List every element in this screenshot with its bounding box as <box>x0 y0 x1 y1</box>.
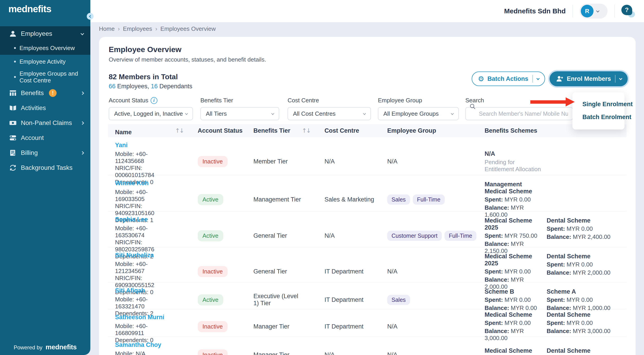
chevron-down-icon <box>596 9 600 12</box>
batch-actions-button[interactable]: ⚙ Batch Actions <box>472 72 545 86</box>
employee-group-select[interactable]: All Employee Groups <box>378 107 459 120</box>
sidebar-item-billing[interactable]: $Billing <box>0 145 90 160</box>
sort-icons[interactable]: ↑↓ <box>302 127 310 134</box>
employee-group-value: N/A <box>387 352 398 355</box>
member-name-link[interactable]: Sophia Lee <box>115 216 148 223</box>
sidebar-subitem-label: Employees Overview <box>20 43 75 53</box>
filter-account-status: Account StatusiActive, Logged in, Inacti… <box>109 97 193 120</box>
sidebar-item-non-panel-claims[interactable]: Non-Panel Claims <box>0 116 90 130</box>
sidebar-collapse-button[interactable] <box>87 13 94 20</box>
person-icon <box>9 30 17 37</box>
cost-centre-value: Sales & Marketing <box>324 196 374 203</box>
menu-item-single-enrolment[interactable]: Single Enrolment <box>572 98 624 111</box>
sidebar-subitem-label: Employee Activity <box>20 56 66 67</box>
info-icon[interactable]: i <box>150 97 158 104</box>
user-menu[interactable]: R <box>580 4 608 18</box>
member-name-link[interactable]: Winnie Koh <box>115 180 148 187</box>
scheme-spent: Spent: MYR 0.00 <box>484 196 541 203</box>
sidebar-item-activities[interactable]: Activities <box>0 100 90 116</box>
filter-label: Employee Group <box>378 97 459 104</box>
benefits-tier-select[interactable]: All Tiers <box>200 107 279 120</box>
chevron-right-icon <box>80 151 84 155</box>
scheme-spent: Spent: MYR 750.00 <box>484 232 541 239</box>
scheme-block: Medical SchemeSpent: MYR 0.00Balance: MY… <box>484 311 541 342</box>
member-name-link[interactable]: Samantha Choy <box>115 342 161 348</box>
claims-icon <box>9 120 17 126</box>
chevron-down-icon <box>271 112 274 115</box>
tasks-icon <box>9 164 17 171</box>
sidebar-subitem-label: Employee Groups and Cost Centre <box>20 68 84 86</box>
sidebar-subitem-employee-groups-and-cost-centre[interactable]: Employee Groups and Cost Centre <box>0 68 90 86</box>
sidebar-item-background-tasks[interactable]: Background Tasks <box>0 160 90 175</box>
scheme-block: Scheme ASpent: MYR 0.00Balance: MYR 1,00… <box>547 288 626 312</box>
sidebar-item-label: Benefits <box>21 90 45 97</box>
person-add-icon <box>556 76 564 82</box>
content-area: Home›Employees›Employees Overview Employ… <box>90 22 644 355</box>
avatar: R <box>581 5 594 18</box>
chevron-down-icon[interactable] <box>536 77 540 80</box>
benefits-schemes-cell: Scheme BSpent: MYR 0.00Balance: MYR 0.00… <box>484 288 626 312</box>
breadcrumb-employees-overview[interactable]: Employees Overview <box>160 25 216 32</box>
scheme-name: Management Medical Scheme <box>484 181 541 195</box>
member-detail: Mobile: +60-112435668 <box>115 150 175 164</box>
member-name-link[interactable]: Siti Afiqah <box>115 287 145 294</box>
scheme-block: Dental SchemeSpent: MYR 0.00Balance: MYR… <box>547 253 626 290</box>
sort-icons[interactable]: ↑↓ <box>175 127 184 134</box>
sidebar-nav: EmployeesEmployees OverviewEmployee Acti… <box>0 26 90 175</box>
benefits-tier-value: Management Tier <box>254 196 301 203</box>
breadcrumb: Home›Employees›Employees Overview <box>99 25 644 32</box>
breadcrumb-separator: › <box>155 25 158 32</box>
sidebar-item-benefits[interactable]: Benefits! <box>0 86 90 100</box>
employee-group-value: N/A <box>387 158 398 165</box>
chevron-down-icon[interactable] <box>619 77 622 80</box>
status-badge: Inactive <box>198 349 228 355</box>
actions-bar: ⚙ Batch Actions Enrol Members <box>472 71 628 86</box>
group-tag: Sales <box>387 295 410 305</box>
member-name-link[interactable]: Satheeson Murni <box>115 314 164 321</box>
filter-cost-centre: Cost CentreAll Cost Centres <box>288 97 371 120</box>
table-row-satheeson-murni: Satheeson MurniMobile: +60-166809911Depe… <box>108 309 626 337</box>
scheme-name: Medical Scheme 2025 <box>484 253 541 267</box>
menu-item-batch-enrolment[interactable]: Batch Enrolment <box>572 111 624 124</box>
member-name-link[interactable]: Yani <box>115 142 128 149</box>
account-icon <box>9 134 17 141</box>
scheme-balance: Balance: MYR 2,400.00 <box>547 234 626 240</box>
dependants-label: Dependants <box>158 83 192 90</box>
scheme-balance: Balance: MYR 3,000.00 <box>547 328 626 334</box>
sidebar-item-account[interactable]: Account <box>0 130 90 145</box>
chevron-right-icon <box>80 91 84 95</box>
members-table: Name↑↓Account StatusBenefits Tier↑↓Cost … <box>108 124 626 355</box>
search-input[interactable] <box>465 107 573 120</box>
help-icon[interactable]: ? <box>621 5 634 18</box>
scheme-balance: Balance: MYR 2,150.00 <box>484 240 541 254</box>
sidebar-subitem-employees-overview[interactable]: Employees Overview <box>0 41 90 55</box>
scheme-block: Dental SchemeSpent: MYR 0.00 <box>547 347 626 355</box>
scheme-balance: Balance: MYR 0.00 <box>484 304 541 312</box>
employee-group-value: N/A <box>387 323 398 330</box>
cost-centre-select[interactable]: All Cost Centres <box>288 107 371 120</box>
column-header-employee-group: Employee Group <box>387 127 484 134</box>
sidebar-item-label: Employees <box>21 30 81 37</box>
enrol-members-button[interactable]: Enrol Members <box>550 71 628 86</box>
member-name-link[interactable]: Siti Nurhaliza <box>115 252 154 259</box>
breadcrumb-home[interactable]: Home <box>99 25 114 32</box>
breadcrumb-employees[interactable]: Employees <box>123 25 152 32</box>
member-detail: Mobile: N/A <box>115 350 175 355</box>
chevron-down-icon <box>451 112 454 115</box>
sidebar-item-label: Account <box>21 134 84 142</box>
scheme-spent: Spent: MYR 0.00 <box>484 320 541 326</box>
benefits-schemes-cell: Medical Scheme 2025Spent: MYR 0.00Balanc… <box>484 253 626 290</box>
chevron-down-icon <box>80 32 84 35</box>
employee-group-value: N/A <box>387 268 398 275</box>
benefits-schemes-cell: Medical Scheme 2025Spent: MYR 750.00Bala… <box>484 217 626 254</box>
sidebar-subitem-employee-activity[interactable]: Employee Activity <box>0 55 90 68</box>
member-cell: Samantha ChoyMobile: N/A <box>108 337 175 355</box>
account-status-select[interactable]: Active, Logged in, Inactive <box>109 107 193 120</box>
cost-centre-value: N/A <box>324 232 335 239</box>
column-header-benefits-tier: Benefits Tier <box>254 127 302 134</box>
sidebar-item-employees[interactable]: Employees <box>0 26 90 41</box>
scheme-block: Dental SchemeSpent: MYR 0.00Balance: MYR… <box>547 311 626 342</box>
group-tag: Sales <box>387 194 410 205</box>
bullet-icon <box>14 47 16 49</box>
page-title: Employee Overview <box>99 37 636 54</box>
